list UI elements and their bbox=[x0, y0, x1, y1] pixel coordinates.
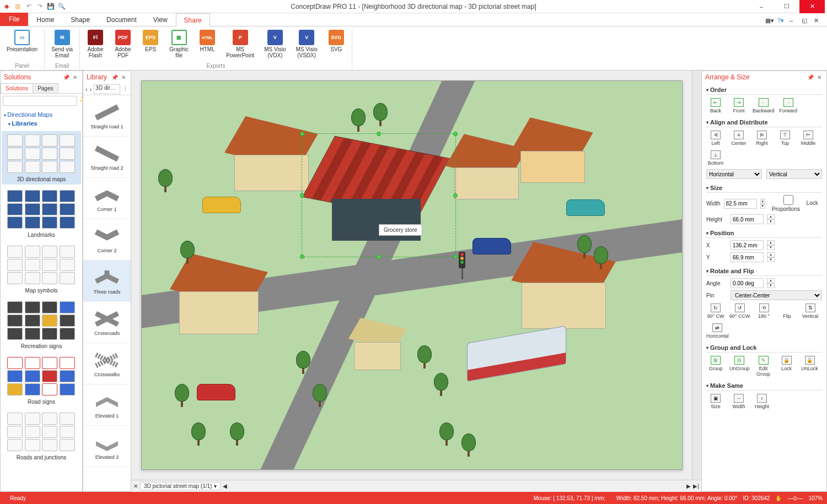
export-eps-button[interactable]: EPSEPS bbox=[139, 29, 162, 53]
lock-button[interactable]: 🔒Lock bbox=[777, 356, 796, 371]
car-blue[interactable] bbox=[472, 238, 511, 254]
close-panel-icon[interactable]: ✕ bbox=[71, 73, 79, 81]
category-roads-junctions[interactable]: Roads and junctions bbox=[2, 409, 81, 463]
qat-search-icon[interactable]: 🔍 bbox=[57, 2, 66, 11]
close-button[interactable]: ✕ bbox=[799, 0, 825, 13]
category-landmarks[interactable]: Landmarks bbox=[2, 187, 81, 240]
export-visio-vdx-button[interactable]: VMS Visio (VDX) bbox=[262, 29, 288, 59]
minimize-button[interactable]: – bbox=[749, 0, 774, 13]
pages-tab[interactable]: Pages bbox=[33, 83, 58, 93]
lib-item-crossroads[interactable]: Crossroads bbox=[83, 302, 131, 343]
library-dropdown[interactable]: 3D dire… bbox=[94, 84, 120, 94]
same-height-button[interactable]: ↕Height bbox=[753, 394, 771, 409]
align-left-button[interactable]: ⫷Left bbox=[706, 131, 725, 146]
width-input[interactable] bbox=[724, 199, 757, 209]
category-3d-maps[interactable]: 3D directional maps bbox=[2, 131, 81, 185]
export-svg-button[interactable]: SVGSVG bbox=[325, 29, 347, 53]
qat-redo-icon[interactable]: ↷ bbox=[35, 2, 44, 11]
car-red[interactable] bbox=[197, 384, 235, 400]
x-input[interactable] bbox=[731, 240, 764, 250]
maximize-button[interactable]: ☐ bbox=[774, 0, 799, 13]
tab-shape[interactable]: Shape bbox=[62, 13, 98, 26]
tree-libraries[interactable]: Libraries bbox=[8, 119, 79, 128]
align-top-button[interactable]: ⊤Top bbox=[776, 131, 794, 146]
same-size-button[interactable]: ▣Size bbox=[706, 394, 725, 409]
section-group[interactable]: Group and Lock bbox=[706, 343, 822, 353]
mdi-restore-icon[interactable]: ◱ bbox=[802, 17, 810, 26]
tab-document[interactable]: Document bbox=[98, 13, 145, 26]
car-teal[interactable] bbox=[566, 199, 605, 216]
tab-share[interactable]: Share bbox=[176, 13, 210, 26]
ungroup-button[interactable]: ⊟UnGroup bbox=[729, 356, 750, 371]
tab-view[interactable]: View bbox=[145, 13, 176, 26]
pin-icon[interactable]: 📌 bbox=[807, 73, 814, 81]
lib-item-corner-1[interactable]: Corner 1 bbox=[83, 178, 131, 219]
align-center-button[interactable]: ≡Center bbox=[729, 131, 748, 146]
lib-item-straight-road-1[interactable]: Straight road 1 bbox=[83, 95, 131, 137]
align-right-button[interactable]: ⫸Right bbox=[753, 131, 771, 146]
export-graphic-button[interactable]: ▦Graphic file bbox=[167, 29, 191, 59]
lib-prev-icon[interactable]: ‹ bbox=[85, 86, 88, 93]
height-input[interactable] bbox=[731, 214, 764, 224]
pin-select[interactable]: Center-Center bbox=[731, 290, 822, 300]
section-size[interactable]: Size bbox=[706, 183, 822, 193]
order-front-button[interactable]: ⇥Front bbox=[729, 98, 748, 113]
category-recreation-signs[interactable]: Recreation signs bbox=[2, 298, 81, 351]
align-bottom-button[interactable]: ⊥Bottom bbox=[706, 150, 725, 166]
export-powerpoint-button[interactable]: PMS PowerPoint bbox=[224, 29, 256, 59]
zoom-slider-icon[interactable]: —⊙— bbox=[787, 495, 803, 501]
export-visio-vsdx-button[interactable]: VMS Visio (VSDX) bbox=[294, 29, 320, 59]
close-panel-icon[interactable]: ✕ bbox=[120, 73, 127, 81]
spin-down-icon[interactable]: ▼ bbox=[760, 204, 765, 209]
file-tab[interactable]: File bbox=[0, 13, 28, 26]
export-adobe-pdf-button[interactable]: PDFAdobe PDF bbox=[112, 29, 134, 59]
tab-scroll-right-icon[interactable]: ▶ bbox=[686, 483, 691, 489]
export-adobe-flash-button[interactable]: FlAdobe Flash bbox=[84, 29, 106, 59]
doc-tab-close-icon[interactable]: ✕ bbox=[133, 483, 138, 489]
align-middle-button[interactable]: ⊢Middle bbox=[799, 131, 818, 146]
unlock-button[interactable]: 🔓UnLock bbox=[801, 356, 819, 371]
grocery-label[interactable]: Grocery store bbox=[379, 224, 422, 236]
qat-new-icon[interactable]: ▥ bbox=[13, 2, 22, 11]
lib-menu-icon[interactable]: ⋮ bbox=[122, 85, 128, 93]
lib-item-straight-road-2[interactable]: Straight road 2 bbox=[83, 137, 131, 178]
pin-icon[interactable]: 📌 bbox=[111, 73, 119, 81]
flip-horizontal-button[interactable]: ⇄Horizontal bbox=[706, 323, 729, 339]
rotate-180-button[interactable]: ⟲180 ° bbox=[755, 304, 774, 319]
send-email-button[interactable]: ✉ Send via Email bbox=[49, 29, 75, 59]
spin-up-icon[interactable]: ▲ bbox=[760, 199, 765, 204]
y-input[interactable] bbox=[731, 252, 764, 262]
category-map-symbols[interactable]: Map symbols bbox=[2, 242, 81, 296]
car-yellow[interactable] bbox=[202, 197, 241, 213]
drawing-canvas[interactable]: Grocery store bbox=[141, 80, 683, 470]
help-icon[interactable]: ?▾ bbox=[777, 17, 786, 26]
distribute-horizontal-select[interactable]: Horizontal bbox=[706, 169, 762, 179]
ribbon-options-icon[interactable]: ▦▾ bbox=[765, 17, 774, 26]
group-button[interactable]: ⊞Group bbox=[706, 356, 725, 371]
close-panel-icon[interactable]: ✕ bbox=[815, 73, 823, 81]
flip-vertical-button[interactable]: ⇅Vertical bbox=[801, 304, 820, 319]
mdi-close-icon[interactable]: ✕ bbox=[814, 17, 823, 26]
lib-item-elevated-1[interactable]: Elevated 1 bbox=[83, 384, 131, 426]
order-backward-button[interactable]: ←Backward bbox=[753, 98, 775, 113]
tab-home[interactable]: Home bbox=[28, 13, 62, 26]
traffic-light-shape[interactable] bbox=[459, 252, 465, 279]
presentation-button[interactable]: ▭ Presentation bbox=[4, 29, 40, 53]
lock-proportions-checkbox[interactable] bbox=[772, 195, 805, 205]
lib-next-icon[interactable]: › bbox=[90, 86, 92, 93]
section-make-same[interactable]: Make Same bbox=[706, 381, 822, 391]
tab-scroll-end-icon[interactable]: ▶| bbox=[693, 483, 699, 489]
section-rotate[interactable]: Rotate and Flip bbox=[706, 267, 822, 276]
same-width-button[interactable]: ↔Width bbox=[729, 394, 748, 409]
qat-save-icon[interactable]: 💾 bbox=[46, 2, 55, 11]
order-back-button[interactable]: ⇤Back bbox=[706, 98, 725, 113]
solutions-search-input[interactable] bbox=[3, 96, 77, 106]
export-html-button[interactable]: HTMLHTML bbox=[196, 29, 218, 53]
pin-icon[interactable]: 📌 bbox=[62, 73, 70, 81]
lib-item-crosswalks[interactable]: Crosswalks bbox=[83, 343, 131, 384]
tab-scroll-left-icon[interactable]: ◀ bbox=[223, 483, 227, 489]
bus-shape[interactable] bbox=[467, 326, 566, 382]
edit-group-button[interactable]: ✎Edit Group bbox=[754, 356, 773, 377]
mdi-min-icon[interactable]: – bbox=[790, 17, 798, 26]
rotate-90cw-button[interactable]: ↻90° CW bbox=[706, 304, 725, 319]
